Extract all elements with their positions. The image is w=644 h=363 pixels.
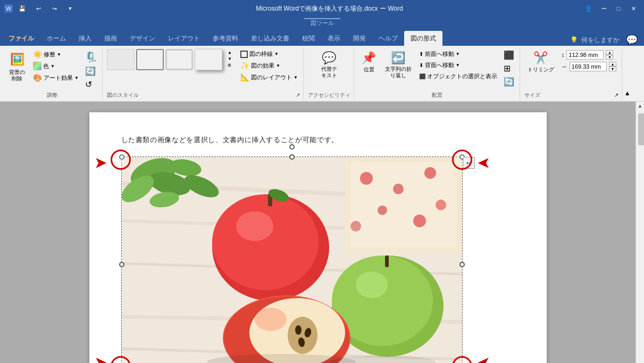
comment-btn[interactable]: 💬 (626, 34, 638, 46)
style-thumb-2[interactable] (136, 49, 164, 70)
position-label: 位置 (364, 66, 374, 73)
bg-remove-icon: 🖼️ (9, 51, 26, 68)
rotate-handle[interactable] (289, 144, 295, 150)
tab-layout[interactable]: レイアウト (162, 31, 206, 46)
tab-file[interactable]: ファイル (2, 31, 40, 46)
red-arrow-right-bottom: ➤ (478, 354, 489, 363)
send-back-icon: ⬇ (419, 62, 423, 68)
send-back-btn[interactable]: ⬇ 背面へ移動 ▼ (417, 60, 499, 70)
gallery-down-btn[interactable]: ▼ (225, 55, 234, 62)
red-arrow-left-top: ➤ (95, 155, 106, 171)
width-row: ↔ ▲ ▼ (562, 62, 616, 71)
wrap-text-btn[interactable]: ↩️ 文字列の折り返し (382, 49, 415, 81)
bg-remove-btn[interactable]: 🖼️ 背景の削除 (5, 49, 29, 84)
handle-mid-left[interactable] (119, 262, 124, 267)
tab-insert[interactable]: 挿入 (72, 31, 98, 46)
style-group-label: 図のスタイル (107, 90, 139, 99)
width-spin: ▲ ▼ (609, 62, 616, 71)
select-objects-btn[interactable]: ⬛ オブジェクトの選択と表示 (417, 71, 499, 81)
adjust-btn[interactable]: ☀️ 修整 ▼ (31, 49, 81, 60)
gallery-up-btn[interactable]: ▲ (225, 49, 234, 55)
style-expand-btn[interactable]: ↗ (296, 92, 300, 98)
wrap-icon: ↩️ (391, 51, 405, 65)
main-layout: した書類の画像などを選択し、文書内に挿入することが可能です。 ➤ ➤ ➤ (0, 102, 644, 363)
width-up[interactable]: ▲ (609, 62, 616, 67)
position-btn[interactable]: 📌 位置 (358, 49, 380, 76)
height-input[interactable] (566, 50, 604, 60)
effect-label: 図の効果 (251, 62, 274, 70)
style-thumb-3[interactable] (165, 49, 193, 70)
bring-front-dropdown: ▼ (456, 52, 460, 56)
accessibility-content: 💬 代替テキスト (318, 49, 340, 90)
style-thumb-4[interactable] (195, 49, 222, 70)
layout-label: 図のレイアウト (251, 73, 292, 81)
tab-format[interactable]: 図の形式 (404, 31, 442, 46)
alt-text-btn[interactable]: 💬 代替テキスト (318, 49, 340, 81)
handle-mid-right[interactable] (459, 262, 465, 267)
bring-front-btn[interactable]: ⬆ 前面へ移動 ▼ (417, 49, 499, 59)
search-tab[interactable]: 何をしますか (581, 36, 620, 45)
border-btn[interactable]: 図の枠線 ▼ (238, 49, 300, 59)
gallery-expand-btn[interactable]: ⊞ (225, 62, 234, 68)
change-img-btn[interactable]: 🔄 (83, 65, 99, 77)
style-thumb-1[interactable] (107, 49, 135, 70)
adjust-icon: ☀️ (33, 50, 42, 59)
tab-draw[interactable]: 描画 (98, 31, 123, 46)
restore-btn[interactable]: □ (612, 2, 625, 15)
image-wrapper: ➤ ➤ ➤ ➤ (121, 152, 463, 363)
minimize-btn[interactable]: ー (597, 2, 610, 15)
width-input[interactable] (570, 62, 607, 71)
scroll-up-btn[interactable]: ▲ (636, 102, 645, 110)
tab-help[interactable]: ヘルプ (372, 31, 404, 46)
doc-scroll-area[interactable]: した書類の画像などを選択し、文書内に挿入することが可能です。 ➤ ➤ ➤ (0, 102, 635, 363)
ribbon-expand-btn[interactable]: ▲ (623, 88, 632, 98)
reset-btn[interactable]: ↺ (83, 78, 99, 90)
trim-label: トリミング (528, 66, 554, 73)
size-inputs: ↕ ▲ ▼ ↔ ▲ ▼ (559, 49, 618, 72)
effect-btn[interactable]: ✨ 図の効果 ▼ (238, 60, 300, 71)
redo-btn[interactable]: ↪ (48, 2, 61, 15)
color-btn[interactable]: 色 ▼ (31, 61, 81, 71)
layout-btn[interactable]: 📐 図のレイアウト ▼ (238, 72, 300, 82)
scroll-track[interactable] (636, 110, 644, 363)
group-btn[interactable]: ⊞ (501, 62, 516, 75)
height-up[interactable]: ▲ (606, 50, 613, 55)
search-icon: 💡 (568, 35, 579, 45)
title-bar-left: W 💾 ↩ ↪ ▼ (4, 2, 77, 15)
tab-view[interactable]: 表示 (321, 31, 347, 46)
user-btn[interactable]: 👤 (582, 2, 595, 15)
size-expand-btn[interactable]: ↗ (614, 92, 618, 98)
svg-point-12 (413, 214, 426, 227)
art-effect-btn[interactable]: 🎨 アート効果 ▼ (31, 72, 81, 83)
layout-dropdown-icon: ▼ (294, 75, 298, 80)
svg-point-28 (356, 271, 388, 298)
close-btn[interactable]: ✕ (627, 2, 640, 15)
trim-btn[interactable]: ✂️ トリミング (524, 49, 557, 76)
selected-image-container[interactable]: ↩ (121, 156, 463, 363)
undo-btn[interactable]: ↩ (32, 2, 45, 15)
color-dropdown-icon: ▼ (51, 64, 55, 69)
align-btn[interactable]: ⬛ (501, 49, 516, 61)
svg-point-14 (436, 200, 446, 210)
tab-dev[interactable]: 開発 (347, 31, 372, 46)
select-icon: ⬛ (419, 73, 425, 79)
tab-home[interactable]: ホーム (40, 31, 72, 46)
adjust-content: 🖼️ 背景の削除 ☀️ 修整 ▼ 色 ▼ 🎨 アート効果 ▼ (5, 49, 99, 90)
rotate-btn[interactable]: 🔄 (501, 76, 516, 88)
tab-design[interactable]: デザイン (123, 31, 162, 46)
tab-references[interactable]: 参考資料 (206, 31, 245, 46)
height-down[interactable]: ▼ (606, 55, 613, 60)
svg-point-11 (378, 205, 387, 215)
width-down[interactable]: ▼ (609, 67, 616, 71)
handle-top-center[interactable] (289, 154, 295, 160)
compress-btn[interactable]: 🗜️ (83, 50, 99, 64)
position-icon: 📌 (362, 51, 376, 65)
quick-save-btn[interactable]: 💾 (16, 2, 29, 15)
border-dropdown-icon: ▼ (274, 52, 279, 56)
tab-review[interactable]: 校閲 (296, 31, 321, 46)
tab-mailings[interactable]: 差し込み文書 (245, 31, 296, 46)
scroll-thumb[interactable] (638, 113, 644, 145)
art-effect-icon: 🎨 (33, 73, 42, 82)
gallery-nav: ▲ ▼ ⊞ (225, 49, 234, 68)
customize-btn[interactable]: ▼ (64, 2, 77, 15)
